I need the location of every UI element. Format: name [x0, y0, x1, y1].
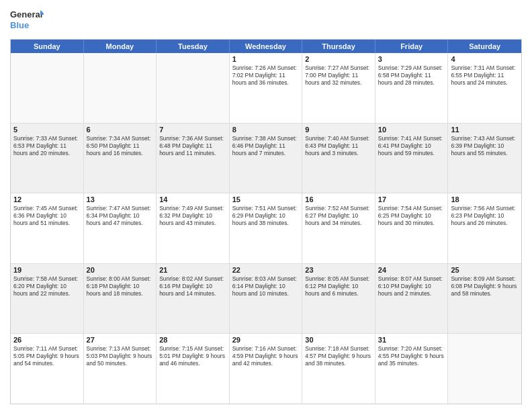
day-number: 21	[159, 266, 226, 274]
calendar-day-cell: 13Sunrise: 7:47 AM Sunset: 6:34 PM Dayli…	[84, 193, 157, 263]
weekday-header: Wednesday	[230, 40, 303, 53]
day-number: 25	[451, 266, 519, 274]
empty-cell	[448, 334, 521, 404]
day-number: 5	[13, 126, 81, 134]
calendar: SundayMondayTuesdayWednesdayThursdayFrid…	[10, 39, 522, 404]
calendar-day-cell: 19Sunrise: 7:58 AM Sunset: 6:20 PM Dayli…	[11, 264, 84, 334]
day-info: Sunrise: 7:13 AM Sunset: 5:03 PM Dayligh…	[87, 345, 154, 367]
calendar-day-cell: 21Sunrise: 8:02 AM Sunset: 6:16 PM Dayli…	[157, 264, 230, 334]
day-number: 6	[87, 126, 154, 134]
day-info: Sunrise: 7:26 AM Sunset: 7:02 PM Dayligh…	[232, 64, 300, 87]
day-number: 2	[305, 55, 372, 63]
day-number: 7	[159, 126, 226, 134]
day-number: 26	[13, 336, 81, 344]
day-number: 24	[378, 266, 445, 274]
day-number: 15	[232, 195, 300, 203]
day-info: Sunrise: 7:54 AM Sunset: 6:25 PM Dayligh…	[378, 205, 445, 227]
day-number: 16	[305, 195, 372, 203]
calendar-row: 26Sunrise: 7:11 AM Sunset: 5:05 PM Dayli…	[11, 334, 521, 404]
day-info: Sunrise: 8:05 AM Sunset: 6:12 PM Dayligh…	[305, 275, 372, 298]
day-info: Sunrise: 7:51 AM Sunset: 6:29 PM Dayligh…	[232, 205, 300, 227]
calendar-header: SundayMondayTuesdayWednesdayThursdayFrid…	[11, 40, 521, 53]
day-info: Sunrise: 7:11 AM Sunset: 5:05 PM Dayligh…	[13, 345, 81, 367]
day-number: 22	[232, 266, 300, 274]
day-info: Sunrise: 7:58 AM Sunset: 6:20 PM Dayligh…	[13, 275, 81, 298]
calendar-day-cell: 31Sunrise: 7:20 AM Sunset: 4:55 PM Dayli…	[375, 334, 449, 404]
day-info: Sunrise: 7:34 AM Sunset: 6:50 PM Dayligh…	[87, 135, 154, 157]
calendar-day-cell: 14Sunrise: 7:49 AM Sunset: 6:32 PM Dayli…	[157, 193, 230, 263]
empty-cell	[157, 53, 230, 123]
day-number: 11	[451, 126, 519, 134]
calendar-row: 5Sunrise: 7:33 AM Sunset: 6:53 PM Daylig…	[11, 124, 521, 194]
weekday-header: Sunday	[11, 40, 84, 53]
calendar-row: 12Sunrise: 7:45 AM Sunset: 6:36 PM Dayli…	[11, 193, 521, 264]
day-info: Sunrise: 7:40 AM Sunset: 6:43 PM Dayligh…	[305, 135, 372, 157]
weekday-header: Thursday	[302, 40, 375, 53]
day-number: 14	[159, 195, 226, 203]
day-info: Sunrise: 7:45 AM Sunset: 6:36 PM Dayligh…	[13, 205, 81, 227]
calendar-day-cell: 2Sunrise: 7:27 AM Sunset: 7:00 PM Daylig…	[302, 53, 375, 123]
day-info: Sunrise: 7:15 AM Sunset: 5:01 PM Dayligh…	[159, 345, 226, 367]
logo: General Blue	[10, 7, 44, 35]
calendar-day-cell: 12Sunrise: 7:45 AM Sunset: 6:36 PM Dayli…	[11, 193, 84, 263]
day-info: Sunrise: 8:03 AM Sunset: 6:14 PM Dayligh…	[232, 275, 300, 298]
day-info: Sunrise: 7:33 AM Sunset: 6:53 PM Dayligh…	[13, 135, 81, 157]
calendar-day-cell: 7Sunrise: 7:36 AM Sunset: 6:48 PM Daylig…	[157, 124, 230, 193]
calendar-day-cell: 23Sunrise: 8:05 AM Sunset: 6:12 PM Dayli…	[302, 264, 375, 334]
day-number: 29	[232, 336, 300, 344]
calendar-day-cell: 8Sunrise: 7:38 AM Sunset: 6:46 PM Daylig…	[230, 124, 303, 193]
day-number: 12	[13, 195, 81, 203]
empty-cell	[84, 53, 157, 123]
day-info: Sunrise: 7:18 AM Sunset: 4:57 PM Dayligh…	[305, 345, 372, 367]
day-info: Sunrise: 7:27 AM Sunset: 7:00 PM Dayligh…	[305, 64, 372, 87]
svg-text:Blue: Blue	[10, 20, 29, 30]
day-info: Sunrise: 7:56 AM Sunset: 6:23 PM Dayligh…	[451, 205, 519, 227]
day-info: Sunrise: 7:49 AM Sunset: 6:32 PM Dayligh…	[159, 205, 226, 227]
calendar-day-cell: 3Sunrise: 7:29 AM Sunset: 6:58 PM Daylig…	[375, 53, 449, 123]
day-number: 9	[305, 126, 372, 134]
day-info: Sunrise: 7:31 AM Sunset: 6:55 PM Dayligh…	[451, 64, 519, 87]
calendar-day-cell: 20Sunrise: 8:00 AM Sunset: 6:18 PM Dayli…	[84, 264, 157, 334]
calendar-day-cell: 15Sunrise: 7:51 AM Sunset: 6:29 PM Dayli…	[230, 193, 303, 263]
day-info: Sunrise: 8:07 AM Sunset: 6:10 PM Dayligh…	[378, 275, 445, 298]
day-number: 3	[378, 55, 445, 63]
calendar-day-cell: 10Sunrise: 7:41 AM Sunset: 6:41 PM Dayli…	[375, 124, 449, 193]
page-header: General Blue	[10, 7, 522, 35]
calendar-body: 1Sunrise: 7:26 AM Sunset: 7:02 PM Daylig…	[11, 53, 521, 404]
calendar-day-cell: 30Sunrise: 7:18 AM Sunset: 4:57 PM Dayli…	[302, 334, 375, 404]
calendar-day-cell: 9Sunrise: 7:40 AM Sunset: 6:43 PM Daylig…	[302, 124, 375, 193]
svg-text:General: General	[10, 9, 42, 19]
calendar-row: 1Sunrise: 7:26 AM Sunset: 7:02 PM Daylig…	[11, 53, 521, 124]
day-info: Sunrise: 7:43 AM Sunset: 6:39 PM Dayligh…	[451, 135, 519, 157]
day-info: Sunrise: 7:38 AM Sunset: 6:46 PM Dayligh…	[232, 135, 300, 157]
calendar-day-cell: 16Sunrise: 7:52 AM Sunset: 6:27 PM Dayli…	[302, 193, 375, 263]
day-info: Sunrise: 8:02 AM Sunset: 6:16 PM Dayligh…	[159, 275, 226, 298]
calendar-day-cell: 29Sunrise: 7:16 AM Sunset: 4:59 PM Dayli…	[230, 334, 303, 404]
calendar-day-cell: 25Sunrise: 8:09 AM Sunset: 6:08 PM Dayli…	[448, 264, 521, 334]
logo-svg: General Blue	[10, 7, 44, 35]
calendar-day-cell: 4Sunrise: 7:31 AM Sunset: 6:55 PM Daylig…	[448, 53, 521, 123]
day-number: 30	[305, 336, 372, 344]
calendar-day-cell: 28Sunrise: 7:15 AM Sunset: 5:01 PM Dayli…	[157, 334, 230, 404]
day-info: Sunrise: 7:36 AM Sunset: 6:48 PM Dayligh…	[159, 135, 226, 157]
day-info: Sunrise: 7:29 AM Sunset: 6:58 PM Dayligh…	[378, 64, 445, 87]
calendar-day-cell: 5Sunrise: 7:33 AM Sunset: 6:53 PM Daylig…	[11, 124, 84, 193]
day-number: 31	[378, 336, 445, 344]
day-info: Sunrise: 7:16 AM Sunset: 4:59 PM Dayligh…	[232, 345, 300, 367]
calendar-day-cell: 27Sunrise: 7:13 AM Sunset: 5:03 PM Dayli…	[84, 334, 157, 404]
day-number: 28	[159, 336, 226, 344]
day-info: Sunrise: 8:09 AM Sunset: 6:08 PM Dayligh…	[451, 275, 519, 298]
day-number: 27	[87, 336, 154, 344]
day-number: 23	[305, 266, 372, 274]
day-info: Sunrise: 7:20 AM Sunset: 4:55 PM Dayligh…	[378, 345, 445, 367]
day-number: 20	[87, 266, 154, 274]
calendar-day-cell: 11Sunrise: 7:43 AM Sunset: 6:39 PM Dayli…	[448, 124, 521, 193]
day-number: 19	[13, 266, 81, 274]
day-number: 10	[378, 126, 445, 134]
day-info: Sunrise: 7:47 AM Sunset: 6:34 PM Dayligh…	[87, 205, 154, 227]
day-number: 1	[232, 55, 300, 63]
day-number: 8	[232, 126, 300, 134]
weekday-header: Saturday	[448, 40, 521, 53]
day-info: Sunrise: 7:41 AM Sunset: 6:41 PM Dayligh…	[378, 135, 445, 157]
calendar-day-cell: 17Sunrise: 7:54 AM Sunset: 6:25 PM Dayli…	[375, 193, 449, 263]
